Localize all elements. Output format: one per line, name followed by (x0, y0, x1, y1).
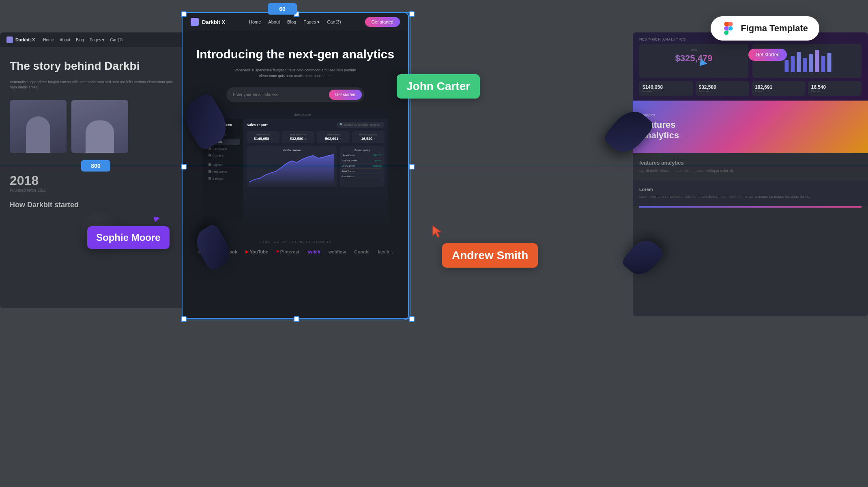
dash-sidebar-item-support[interactable]: Support (206, 162, 240, 168)
handle-bottom-right[interactable] (409, 316, 415, 322)
svg-rect-6 (821, 56, 825, 72)
rp-analytics-header: next-gen analytics Total $325,479 (633, 32, 868, 101)
brand-google: Google (354, 249, 370, 254)
left-panel-navbar: Darkbit X Home About Blog Pages ▾ Cart(1… (0, 32, 187, 47)
rp-sub-1: $146,058 Revenue (639, 81, 693, 96)
svg-rect-7 (827, 53, 831, 72)
left-panel-logo-icon (6, 36, 13, 43)
gradient-small-text: analytics (641, 113, 679, 117)
handle-mid-right[interactable] (409, 164, 415, 169)
lorem-title: Lorem (639, 187, 862, 192)
stat-revenue: Total revenue $148,058 ↑ (247, 131, 279, 143)
dash-chart: Monthly revenue (247, 146, 337, 187)
main-logo-icon (191, 18, 199, 26)
rp-main-value: $325,479 (645, 53, 743, 64)
dash-sidebar-item-contacts[interactable]: Contacts (206, 152, 240, 159)
dash-sidebar-item-helpcenter[interactable]: Help Center (206, 169, 240, 175)
left-panel-img-1 (10, 100, 67, 153)
left-panel-logo: Darkbit X (6, 36, 35, 43)
get-started-right-button[interactable]: Get started (748, 49, 787, 61)
handle-mid-left[interactable] (181, 164, 187, 169)
svg-rect-0 (785, 60, 789, 72)
width-indicator: 60 (268, 3, 297, 15)
handle-top-right[interactable] (409, 11, 415, 17)
canvas: 60 800 ► Darkbit X Home About Blog Pages… (0, 0, 868, 487)
figma-icon (722, 22, 735, 35)
rp-features-desc: ng elit mollis interdum diam lorem ipsum… (639, 168, 862, 174)
order-2: Sophie Moore $64.80 (342, 158, 382, 163)
brand-pinterest: PPinterest (276, 249, 299, 254)
dash-sidebar-item-settings[interactable]: Settings (206, 176, 240, 182)
order-1: John Carter $347.50 (342, 153, 382, 158)
dash-report-title: Sales report (247, 123, 268, 127)
stat-expenses: Total expenses $32,580 ↓ (282, 131, 315, 143)
revenue-chart-svg (249, 153, 334, 185)
dash-search-bar[interactable]: 🔍 Search for contacts, reports... (336, 122, 385, 128)
dash-main-header: Sales report 🔍 Search for contacts, repo… (247, 122, 385, 128)
main-logo: Darkbit X (191, 18, 225, 26)
svg-rect-5 (815, 50, 819, 72)
dashboard-preview: darkbit.com Darkbit Team Dashboard (203, 110, 388, 224)
john-carter-label: John Carter (397, 74, 480, 99)
left-panel-year: 2018 (10, 173, 177, 188)
height-indicator: 800 (81, 160, 110, 172)
svg-rect-4 (809, 54, 813, 72)
dash-url-bar: darkbit.com (221, 113, 384, 116)
svg-rect-1 (791, 56, 795, 72)
rp-main-stat: Total $325,479 (639, 44, 748, 78)
rp-sub-stats: $146,058 Revenue $32,580 Expenses 182,69… (639, 81, 862, 96)
right-panel: next-gen analytics Total $325,479 (633, 32, 868, 316)
brand-youtube: YouTube (245, 249, 268, 254)
dash-recent-orders: Recent orders John Carter $347.50 Sophie… (340, 146, 385, 187)
svg-rect-3 (803, 58, 807, 72)
rp-sub-2: $32,580 Expenses (696, 81, 750, 96)
order-4: Matt Cannon (342, 169, 382, 174)
send-icon-right: ► (697, 56, 711, 72)
handle-bottom-left[interactable] (181, 316, 187, 322)
stat-orders: Total orders 502,691 ↑ (317, 131, 350, 143)
rp-top-stats: Total $325,479 (639, 44, 862, 78)
lorem-body: Lorem posuere consectetur duis farius es… (639, 194, 862, 200)
contacts-icon (208, 154, 211, 157)
rp-text-section: features analytics ng elit mollis interd… (633, 153, 868, 180)
settings-icon (208, 177, 211, 180)
email-input[interactable] (233, 92, 329, 97)
left-panel-paragraph: Venenatis suspendisse faugiat cursus odi… (10, 79, 177, 90)
hero-title: Introducing the next-gen analytics (195, 47, 396, 62)
dash-main: Sales report 🔍 Search for contacts, repo… (243, 119, 388, 223)
accent-bar (639, 206, 862, 208)
email-cta-button[interactable]: Get started (329, 90, 362, 100)
rp-sub-3: 182,691 Orders (752, 81, 806, 96)
cursor-icon (432, 225, 443, 242)
order-5: Lou Woods (342, 174, 382, 179)
rp-sub-4: 16,540 Sign ups (808, 81, 862, 96)
andrew-smith-label: Andrew Smith (442, 243, 538, 268)
handle-top-left[interactable] (181, 11, 187, 17)
hero-subtitle: Venenatis suspendisse faugiat cursus odi… (226, 67, 364, 79)
dash-topbar: darkbit.com (203, 110, 388, 119)
svg-rect-2 (797, 52, 801, 72)
guide-line-horizontal (0, 166, 868, 166)
rp-lorem-section: Lorem Lorem posuere consectetur duis far… (633, 180, 868, 206)
dash-body: Darkbit Team Dashboard Reports Camp (203, 119, 388, 223)
left-panel-img-2 (71, 100, 128, 153)
left-panel-nav-links: Home About Blog Pages ▾ Cart(1) (43, 38, 122, 42)
left-panel-content: The story behind Darkbi Venenatis suspen… (0, 47, 187, 165)
handle-bottom-mid[interactable] (294, 316, 299, 322)
main-nav-links: Home About Blog Pages ▾ Cart(3) (249, 19, 341, 25)
helpcenter-icon (208, 170, 211, 173)
left-panel-year-subtitle: Founded since 2018 (10, 188, 177, 193)
email-form: Get started (226, 87, 364, 102)
left-panel-images (10, 100, 177, 153)
dash-content: Monthly revenue (247, 146, 385, 187)
brand-facebook-partial: faceb... (378, 249, 393, 254)
sophie-moore-label: Sophie Moore (87, 226, 170, 249)
rp-features-title: features analytics (639, 160, 862, 166)
stat-signups: Monthly sign ups 16,540 ↑ (352, 131, 385, 143)
figma-template-badge: Figma Template (711, 16, 819, 41)
main-frame: Darkbit X Home About Blog Pages ▾ Cart(3… (182, 12, 409, 320)
dash-stats: Total revenue $148,058 ↑ Total expenses … (247, 131, 385, 143)
rp-gradient-section: analytics featuresanalytics (633, 101, 868, 153)
left-panel-hero: The story behind Darkbi (10, 59, 177, 73)
main-nav-cta[interactable]: Get started (365, 17, 400, 27)
